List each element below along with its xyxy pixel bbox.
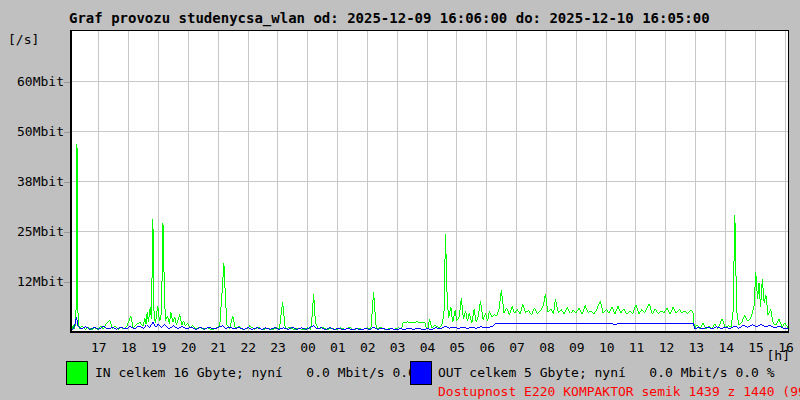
- x-tick-label: 19: [144, 340, 174, 355]
- legend-in-swatch: [66, 361, 88, 385]
- x-tick-label: 18: [114, 340, 144, 355]
- y-tick-label: 60Mbit: [6, 74, 64, 89]
- y-tick-mark: [64, 182, 70, 183]
- x-tick-label: 14: [711, 340, 741, 355]
- y-tick-mark: [64, 282, 70, 283]
- page-title: Graf provozu studenycsa_wlan od: 2025-12…: [69, 10, 710, 26]
- legend-out-label: OUT celkem 5 Gbyte; nyní 0.0 Mbit/s 0.0 …: [438, 365, 775, 380]
- x-tick-label: 21: [203, 340, 233, 355]
- y-axis-unit-label: [/s]: [8, 32, 39, 47]
- traffic-graph-plot-area: [70, 30, 789, 333]
- y-tick-mark: [64, 132, 70, 133]
- y-tick-label: 38Mbit: [6, 174, 64, 189]
- x-tick-label: 02: [353, 340, 383, 355]
- availability-status-text: Dostupnost E220 KOMPAKTOR semik 1439 z 1…: [438, 384, 800, 399]
- x-tick-label: 23: [263, 340, 293, 355]
- x-tick-label: 06: [472, 340, 502, 355]
- y-tick-label: 12Mbit: [6, 274, 64, 289]
- legend-out-swatch: [410, 361, 432, 385]
- x-axis-unit-label: [h]: [760, 348, 790, 363]
- y-tick-label: 25Mbit: [6, 224, 64, 239]
- x-tick-label: 17: [84, 340, 114, 355]
- x-tick-label: 05: [442, 340, 472, 355]
- x-tick-label: 09: [562, 340, 592, 355]
- x-tick-label: 10: [592, 340, 622, 355]
- x-tick-label: 04: [413, 340, 443, 355]
- traffic-graph-svg: [72, 31, 788, 331]
- x-tick-label: 13: [681, 340, 711, 355]
- x-tick-label: 12: [652, 340, 682, 355]
- y-tick-label: 50Mbit: [6, 124, 64, 139]
- x-tick-label: 00: [293, 340, 323, 355]
- x-tick-label: 11: [622, 340, 652, 355]
- x-tick-label: 20: [174, 340, 204, 355]
- x-tick-label: 03: [383, 340, 413, 355]
- out-series-line: [72, 317, 788, 330]
- y-tick-mark: [64, 82, 70, 83]
- x-tick-label: 07: [502, 340, 532, 355]
- legend-in-label: IN celkem 16 Gbyte; nyní 0.0 Mbit/s 0.0 …: [95, 365, 432, 380]
- y-tick-mark: [64, 232, 70, 233]
- x-tick-label: 22: [233, 340, 263, 355]
- in-series-line: [72, 144, 788, 330]
- x-tick-label: 08: [532, 340, 562, 355]
- x-tick-label: 01: [323, 340, 353, 355]
